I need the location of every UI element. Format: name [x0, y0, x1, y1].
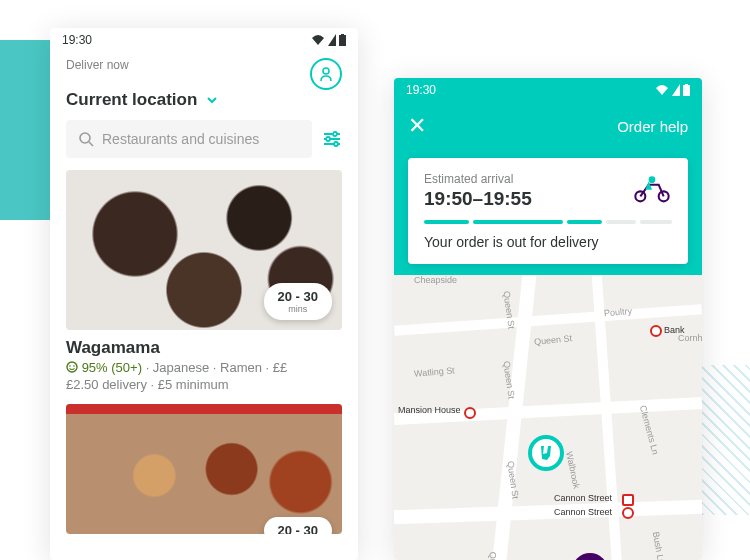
deliveroo-icon: [537, 444, 555, 462]
status-time: 19:30: [62, 33, 92, 47]
search-input[interactable]: Restaurants and cuisines: [66, 120, 312, 158]
restaurant-card[interactable]: 20 - 30 mins Wagamama 95% (50+) · Japane…: [66, 170, 342, 392]
svg-point-2: [323, 68, 329, 74]
street-label: Cannon Street: [554, 493, 612, 503]
svg-line-4: [89, 142, 93, 146]
status-icons: [311, 34, 346, 46]
svg-point-8: [326, 137, 330, 141]
street-label: Bush Ln: [651, 531, 667, 560]
estimated-label: Estimated arrival: [424, 172, 532, 186]
svg-rect-1: [341, 34, 344, 35]
rider-icon: [632, 172, 672, 204]
street-label: Clements Ln: [638, 404, 661, 455]
user-location-pin[interactable]: [572, 553, 608, 560]
svg-point-13: [73, 365, 75, 367]
status-time: 19:30: [406, 83, 436, 97]
tracking-card: Estimated arrival 19:50–19:55 Your order…: [408, 158, 688, 264]
svg-point-11: [67, 362, 77, 372]
estimated-time: 19:50–19:55: [424, 188, 532, 210]
restaurant-image: 20 - 30 mins: [66, 170, 342, 330]
eta-badge: 20 - 30 mins: [264, 283, 332, 320]
tube-icon: [650, 325, 662, 337]
svg-point-6: [333, 132, 337, 136]
progress-bar: [424, 220, 672, 224]
battery-icon: [339, 34, 346, 46]
account-button[interactable]: [310, 58, 342, 90]
chevron-down-icon: [205, 93, 219, 107]
wifi-icon: [655, 84, 669, 96]
rail-icon: [622, 494, 634, 506]
smile-icon: [66, 361, 78, 373]
search-placeholder: Restaurants and cuisines: [102, 131, 259, 147]
svg-point-3: [80, 133, 90, 143]
status-bar: 19:30: [394, 78, 702, 102]
location-selector[interactable]: Current location: [50, 90, 358, 120]
tube-icon: [622, 507, 634, 519]
order-help-button[interactable]: Order help: [617, 118, 688, 135]
tracking-header: ✕ Order help: [394, 102, 702, 150]
status-message: Your order is out for delivery: [424, 234, 672, 250]
svg-point-18: [649, 176, 656, 183]
restaurant-meta-1: 95% (50+) · Japanese · Ramen · ££: [66, 360, 342, 375]
street-label: Watling St: [414, 365, 455, 379]
restaurant-pin[interactable]: [528, 435, 564, 471]
signal-icon: [672, 84, 680, 96]
status-icons: [655, 84, 690, 96]
street-label: Cornh: [678, 333, 702, 343]
street-label: Mansion House: [398, 405, 461, 415]
deliver-now-label: Deliver now: [66, 58, 129, 72]
tube-icon: [464, 407, 476, 419]
close-button[interactable]: ✕: [408, 113, 426, 139]
svg-rect-0: [339, 35, 346, 46]
svg-rect-15: [685, 84, 688, 85]
map[interactable]: Cheapside Queen St Queen St Queen St Que…: [394, 275, 702, 560]
signal-icon: [328, 34, 336, 46]
filter-icon[interactable]: [322, 129, 342, 149]
street-label: Cannon Street: [554, 507, 612, 517]
svg-point-10: [334, 142, 338, 146]
svg-point-12: [69, 365, 71, 367]
street-label: Cheapside: [414, 275, 457, 285]
street-label: Walbrook: [564, 451, 582, 490]
street-label: Queen St: [534, 333, 573, 347]
restaurant-title: Wagamama: [66, 338, 342, 358]
svg-point-17: [659, 191, 669, 201]
person-icon: [318, 66, 334, 82]
phone-restaurant-list: 19:30 Deliver now Current location Resta…: [50, 28, 358, 560]
restaurant-meta-2: £2.50 delivery · £5 minimum: [66, 377, 342, 392]
wifi-icon: [311, 34, 325, 46]
phone-order-tracking: 19:30 ✕ Order help Estimated arrival 19:…: [394, 78, 702, 560]
battery-icon: [683, 84, 690, 96]
status-bar: 19:30: [50, 28, 358, 52]
eta-badge: 20 - 30: [264, 517, 332, 534]
restaurant-card[interactable]: 20 - 30: [66, 404, 342, 534]
svg-rect-14: [683, 85, 690, 96]
search-icon: [78, 131, 94, 147]
current-location-label: Current location: [66, 90, 197, 110]
